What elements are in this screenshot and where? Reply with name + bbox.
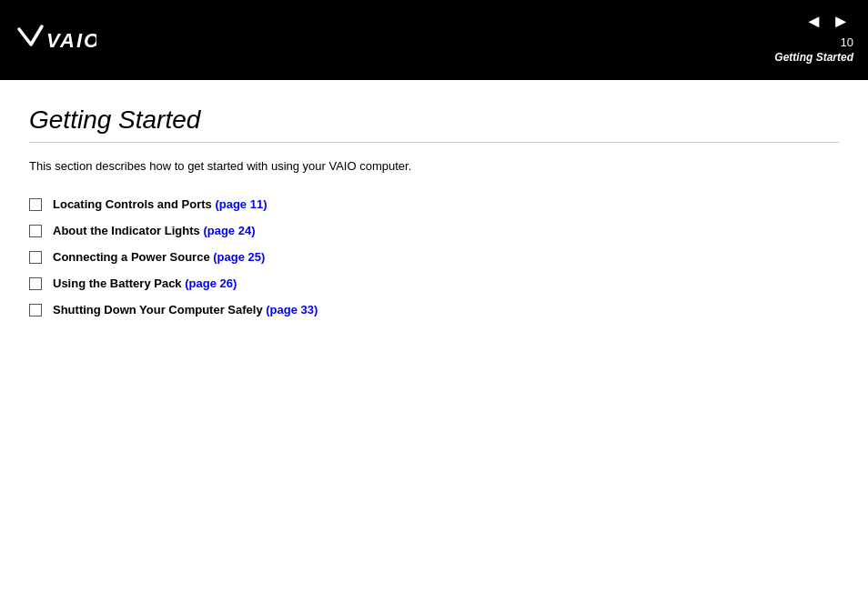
intro-text: This section describes how to get starte… <box>29 157 839 176</box>
checkbox-icon <box>29 225 42 237</box>
checkbox-icon <box>29 198 42 211</box>
toc-item: About the Indicator Lights (page 24) <box>29 224 839 237</box>
toc-page-link-indicator-lights[interactable]: (page 24) <box>203 224 255 237</box>
checkbox-icon <box>29 304 42 317</box>
checkbox-icon <box>29 277 42 290</box>
toc-item-text-locating-controls: Locating Controls and Ports (page 11) <box>53 197 267 211</box>
toc-item-text-indicator-lights: About the Indicator Lights (page 24) <box>53 224 255 237</box>
toc-page-link-battery-pack[interactable]: (page 26) <box>185 276 237 290</box>
toc-page-link-locating-controls[interactable]: (page 11) <box>215 197 267 211</box>
toc-page-link-power-source[interactable]: (page 25) <box>213 250 265 264</box>
svg-text:VAIO: VAIO <box>46 29 96 52</box>
nav-controls: ◄ ► 10 Getting Started <box>774 9 853 71</box>
toc-item: Using the Battery Pack (page 26) <box>29 276 839 290</box>
header: VAIO ◄ ► 10 Getting Started <box>0 0 868 80</box>
nav-arrows: ◄ ► <box>801 9 853 34</box>
toc-item-text-power-source: Connecting a Power Source (page 25) <box>53 250 265 264</box>
toc-page-link-shutting-down[interactable]: (page 33) <box>266 303 318 317</box>
prev-arrow[interactable]: ◄ <box>801 9 826 34</box>
toc-list: Locating Controls and Ports (page 11)Abo… <box>29 197 839 317</box>
page-title: Getting Started <box>29 106 839 143</box>
toc-item-text-battery-pack: Using the Battery Pack (page 26) <box>53 276 237 290</box>
toc-item: Locating Controls and Ports (page 11) <box>29 197 839 211</box>
checkbox-icon <box>29 251 42 264</box>
toc-item: Shutting Down Your Computer Safely (page… <box>29 303 839 317</box>
logo-area: VAIO <box>15 22 96 58</box>
toc-item: Connecting a Power Source (page 25) <box>29 250 839 264</box>
vaio-logo: VAIO <box>15 22 96 58</box>
page-number: 10 <box>841 35 853 49</box>
toc-item-text-shutting-down: Shutting Down Your Computer Safely (page… <box>53 303 318 317</box>
next-arrow[interactable]: ► <box>828 9 853 34</box>
header-section-label: Getting Started <box>774 51 853 64</box>
main-content: Getting Started This section describes h… <box>0 80 868 347</box>
